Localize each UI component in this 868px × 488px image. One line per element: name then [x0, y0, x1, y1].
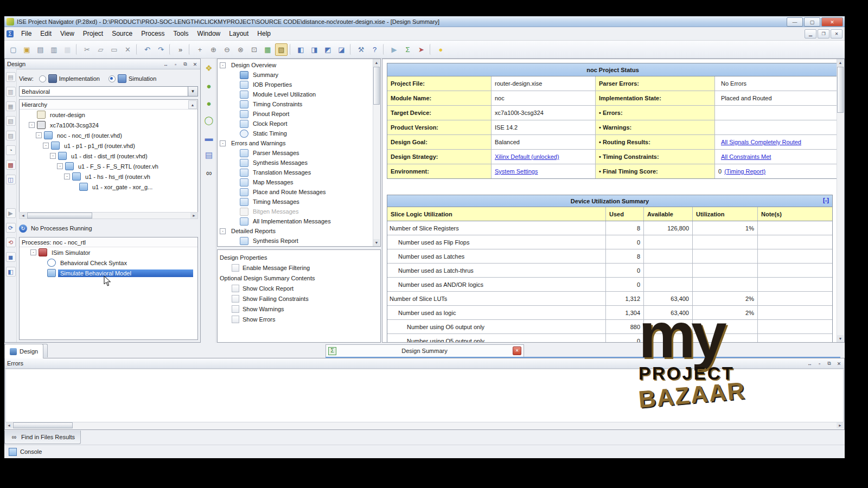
menu-process[interactable]: Process: [137, 28, 169, 39]
overview-tree-item[interactable]: - Errors and Warnings: [218, 138, 373, 148]
save-all-button[interactable]: ▥: [48, 43, 60, 56]
clock-icon[interactable]: ◔: [6, 145, 16, 155]
design-property-item[interactable]: Show Warnings: [218, 304, 380, 314]
copy-button[interactable]: ▱: [94, 43, 107, 56]
tree-expander-icon[interactable]: -: [50, 153, 56, 159]
checkbox-icon[interactable]: [232, 295, 239, 303]
close-panel-icon[interactable]: [191, 60, 199, 68]
process-tree-item[interactable]: - ISim Simulator: [20, 247, 197, 258]
tree-expander-icon[interactable]: -: [64, 174, 70, 179]
redo-button[interactable]: ↷: [155, 43, 167, 56]
menu-source[interactable]: Source: [107, 28, 137, 39]
checkbox-icon[interactable]: [232, 316, 239, 323]
simulation-mode-dropdown[interactable]: Behavioral ▼: [19, 86, 198, 97]
zoom-in-button[interactable]: ⊕: [207, 43, 220, 56]
stop-process-icon[interactable]: ◼: [6, 252, 16, 262]
view-libraries-icon[interactable]: ▦: [6, 101, 16, 111]
hierarchy-tree-item[interactable]: u1 - xor_gate - xor_g...: [20, 182, 197, 192]
scroll-up-icon[interactable]: [837, 59, 844, 66]
view-schematic-button[interactable]: ▦: [261, 43, 274, 56]
run-process-icon[interactable]: ▶: [6, 208, 16, 218]
design-summary-book-icon[interactable]: ❖: [203, 63, 214, 74]
design-property-item[interactable]: Design Properties: [218, 252, 380, 262]
radio-icon[interactable]: [39, 75, 46, 82]
pan-tool-button[interactable]: +: [194, 43, 206, 56]
tile-horizontal-button[interactable]: ◨: [308, 43, 321, 56]
status-value[interactable]: All Signals Completely Routed: [721, 139, 801, 145]
paste-button[interactable]: ▭: [108, 43, 120, 56]
hierarchy-hscrollbar[interactable]: [19, 212, 198, 219]
design-property-item[interactable]: Show Failing Constraints: [218, 293, 380, 304]
design-property-item[interactable]: Enable Message Filtering: [218, 262, 380, 273]
settings-wrench-button[interactable]: ⚒: [355, 43, 367, 56]
design-property-item[interactable]: Show Clock Report: [218, 283, 380, 293]
scroll-thumb[interactable]: [373, 67, 380, 105]
undo-button[interactable]: ↶: [141, 43, 154, 56]
view-sources-icon[interactable]: ▤: [6, 72, 16, 82]
overview-tree-item[interactable]: Translation Messages: [218, 168, 373, 177]
overview-tree-item[interactable]: Bitgen Messages: [218, 207, 373, 216]
tab-find-in-files-results[interactable]: ∞ Find in Files Results: [4, 431, 81, 444]
tree-expander-icon[interactable]: -: [43, 143, 49, 149]
zoom-selection-button[interactable]: ⊡: [248, 43, 260, 56]
summary-vscrollbar[interactable]: [837, 59, 844, 342]
print-button[interactable]: ▦: [61, 43, 74, 56]
design-utilities-icon[interactable]: ▨: [6, 131, 16, 140]
close-button[interactable]: [821, 17, 843, 27]
tile-vertical-button[interactable]: ◧: [295, 43, 307, 56]
collapse-table-icon[interactable]: [-]: [823, 197, 829, 203]
save-button[interactable]: ▤: [34, 43, 47, 56]
scroll-thumb[interactable]: [27, 213, 92, 219]
tips-lightbulb-button[interactable]: ●: [435, 43, 447, 56]
maximize-button[interactable]: [804, 17, 820, 27]
status-value[interactable]: All Constraints Met: [721, 153, 771, 160]
overview-tree-item[interactable]: All Implementation Messages: [218, 216, 373, 226]
mdi-close-button[interactable]: [831, 29, 843, 38]
errors-content[interactable]: [5, 369, 844, 422]
overview-vscrollbar[interactable]: [373, 59, 380, 246]
run-button[interactable]: ▶: [388, 43, 400, 56]
cut-button[interactable]: ✂: [81, 43, 93, 56]
hierarchy-tree-item[interactable]: - u1 - F_S - F_S_RTL (router.vh: [20, 161, 197, 171]
menu-file[interactable]: File: [17, 28, 36, 39]
float-panel-icon[interactable]: [815, 359, 824, 368]
checkbox-icon[interactable]: [232, 285, 239, 292]
hierarchy-tree-item[interactable]: - u1 - p1 - p1_rtl (router.vhd): [20, 140, 197, 151]
menu-view[interactable]: View: [56, 28, 79, 39]
overview-tree-item[interactable]: IOB Properties: [218, 80, 373, 89]
more-tools-chevron[interactable]: »: [174, 43, 187, 56]
view-files-icon[interactable]: ▧: [6, 116, 16, 126]
overview-tree-item[interactable]: Summary: [218, 70, 373, 80]
menu-edit[interactable]: Edit: [36, 28, 56, 39]
cascade-windows-button[interactable]: ◩: [322, 43, 334, 56]
overview-tree-item[interactable]: Timing Constraints: [218, 99, 373, 109]
view-rtl-icon[interactable]: ◫: [6, 175, 16, 184]
tree-expander-icon[interactable]: -: [57, 163, 63, 169]
scroll-left-icon[interactable]: [20, 213, 27, 219]
overview-tree-item[interactable]: Place and Route Messages: [218, 187, 373, 197]
design-summary-toggle[interactable]: ▧: [275, 43, 288, 56]
mdi-minimize-button[interactable]: [805, 29, 816, 38]
scroll-up-icon[interactable]: [373, 59, 380, 66]
tree-expander-icon[interactable]: -: [36, 132, 42, 138]
scroll-right-icon[interactable]: [190, 213, 197, 219]
float-panel-icon[interactable]: [171, 60, 180, 68]
tree-expander-icon[interactable]: -: [29, 122, 35, 128]
new-file-button[interactable]: ▢: [7, 43, 20, 56]
status-value[interactable]: Xilinx Default (unlocked): [495, 153, 559, 160]
restore-window-button[interactable]: ◪: [335, 43, 348, 56]
force-process-icon[interactable]: ◧: [6, 267, 16, 277]
overview-tree-item[interactable]: Pinout Report: [218, 109, 373, 119]
design-summary-sigma-button[interactable]: Σ: [401, 43, 414, 56]
mdi-restore-button[interactable]: [818, 29, 829, 38]
close-panel-icon[interactable]: [835, 359, 843, 368]
minimize-button[interactable]: [787, 17, 803, 27]
tree-expander-icon[interactable]: -: [30, 249, 36, 255]
status-value[interactable]: System Settings: [495, 168, 538, 175]
goto-button[interactable]: ➤: [415, 43, 427, 56]
scroll-left-icon[interactable]: [5, 422, 12, 428]
dock-panel-icon[interactable]: [806, 359, 814, 368]
scroll-down-icon[interactable]: [373, 239, 380, 246]
window-titlebar[interactable]: ISE Project Navigator (P.28xd) - D:\PROD…: [4, 16, 845, 27]
scroll-up-icon[interactable]: [188, 100, 197, 109]
